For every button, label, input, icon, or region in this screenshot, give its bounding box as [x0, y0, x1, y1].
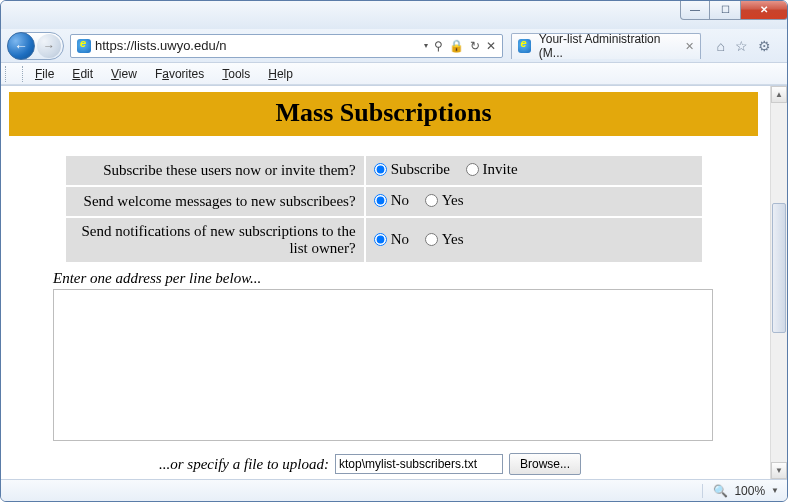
- toolbar-icons: ⌂ ☆ ⚙: [707, 38, 781, 54]
- radio-input[interactable]: [466, 163, 479, 176]
- options-table: Subscribe these users now or invite them…: [64, 154, 704, 264]
- radio-invite[interactable]: Invite: [466, 161, 518, 178]
- radio-label: No: [391, 192, 409, 209]
- radio-label: Invite: [483, 161, 518, 178]
- addresses-wrap: [53, 289, 714, 445]
- url-text: https://lists.uwyo.edu/n: [95, 38, 420, 53]
- radio-input[interactable]: [425, 194, 438, 207]
- browser-window: — ☐ ✕ ← → https://lists.uwyo.edu/n ▾ ⚲ 🔒…: [0, 0, 788, 502]
- tab-title: Your-list Administration (M...: [539, 32, 681, 60]
- scroll-down-icon[interactable]: ▼: [771, 462, 787, 479]
- tab-close-icon[interactable]: ✕: [685, 40, 694, 53]
- addresses-textarea[interactable]: [53, 289, 713, 441]
- minimize-button[interactable]: —: [680, 0, 710, 20]
- addresses-hint: Enter one address per line below...: [53, 270, 758, 287]
- menu-tools[interactable]: Tools: [214, 65, 258, 83]
- status-divider: [702, 484, 703, 498]
- dropdown-icon[interactable]: ▾: [424, 41, 428, 50]
- option-row-welcome: Send welcome messages to new subscribees…: [66, 187, 702, 216]
- address-bar-icons: ▾ ⚲ 🔒 ↻ ✕: [420, 39, 500, 53]
- browser-tab[interactable]: Your-list Administration (M... ✕: [511, 33, 701, 59]
- nav-bar: ← → https://lists.uwyo.edu/n ▾ ⚲ 🔒 ↻ ✕ Y…: [1, 29, 787, 63]
- page-banner: Mass Subscriptions: [9, 92, 758, 136]
- option-label: Subscribe these users now or invite them…: [66, 156, 364, 185]
- radio-yes[interactable]: Yes: [425, 192, 464, 209]
- vertical-scrollbar[interactable]: ▲ ▼: [770, 86, 787, 479]
- upload-path-input[interactable]: [335, 454, 503, 474]
- back-button[interactable]: ←: [7, 32, 35, 60]
- radio-input[interactable]: [374, 194, 387, 207]
- radio-no[interactable]: No: [374, 231, 409, 248]
- radio-input[interactable]: [374, 163, 387, 176]
- address-bar[interactable]: https://lists.uwyo.edu/n ▾ ⚲ 🔒 ↻ ✕: [70, 34, 503, 58]
- menu-bar: File Edit View Favorites Tools Help: [1, 63, 787, 85]
- menu-file[interactable]: File: [27, 65, 62, 83]
- close-icon: ✕: [760, 4, 768, 15]
- ie-icon: [77, 39, 91, 53]
- menu-edit[interactable]: Edit: [64, 65, 101, 83]
- titlebar: — ☐ ✕: [1, 1, 787, 29]
- minimize-icon: —: [690, 4, 700, 15]
- menu-help[interactable]: Help: [260, 65, 301, 83]
- radio-subscribe[interactable]: Subscribe: [374, 161, 450, 178]
- option-value: No Yes: [366, 218, 702, 262]
- radio-label: Yes: [442, 231, 464, 248]
- option-row-notify: Send notifications of new subscriptions …: [66, 218, 702, 262]
- upload-hint: ...or specify a file to upload:: [159, 456, 329, 473]
- status-bar: 🔍 100% ▼: [1, 479, 787, 501]
- favorites-icon[interactable]: ☆: [735, 38, 748, 54]
- radio-label: No: [391, 231, 409, 248]
- radio-input[interactable]: [425, 233, 438, 246]
- arrow-left-icon: ←: [14, 38, 28, 54]
- upload-row: ...or specify a file to upload: Browse..…: [159, 453, 758, 475]
- radio-input[interactable]: [374, 233, 387, 246]
- radio-label: Yes: [442, 192, 464, 209]
- option-row-subscribe: Subscribe these users now or invite them…: [66, 156, 702, 185]
- window-controls: — ☐ ✕: [680, 0, 788, 20]
- option-value: No Yes: [366, 187, 702, 216]
- scroll-up-icon[interactable]: ▲: [771, 86, 787, 103]
- menu-view[interactable]: View: [103, 65, 145, 83]
- zoom-level: 100%: [734, 484, 765, 498]
- grip-handle[interactable]: [5, 66, 23, 82]
- option-label: Send welcome messages to new subscribees…: [66, 187, 364, 216]
- maximize-button[interactable]: ☐: [710, 0, 740, 20]
- option-value: Subscribe Invite: [366, 156, 702, 185]
- radio-yes[interactable]: Yes: [425, 231, 464, 248]
- ie-icon: [518, 39, 531, 53]
- page-content: Mass Subscriptions Subscribe these users…: [1, 86, 770, 479]
- radio-label: Subscribe: [391, 161, 450, 178]
- forward-button[interactable]: →: [37, 34, 61, 58]
- gear-icon[interactable]: ⚙: [758, 38, 771, 54]
- content-viewport: Mass Subscriptions Subscribe these users…: [1, 85, 787, 479]
- option-label: Send notifications of new subscriptions …: [66, 218, 364, 262]
- zoom-icon[interactable]: 🔍: [713, 484, 728, 498]
- page-title: Mass Subscriptions: [9, 98, 758, 128]
- lock-icon: 🔒: [449, 39, 464, 53]
- refresh-icon[interactable]: ↻: [470, 39, 480, 53]
- maximize-icon: ☐: [721, 4, 730, 15]
- zoom-dropdown-icon[interactable]: ▼: [771, 486, 779, 495]
- radio-no[interactable]: No: [374, 192, 409, 209]
- nav-back-forward: ← →: [7, 32, 64, 60]
- close-button[interactable]: ✕: [740, 0, 788, 20]
- arrow-right-icon: →: [43, 39, 55, 53]
- browse-button[interactable]: Browse...: [509, 453, 581, 475]
- scroll-thumb[interactable]: [772, 203, 786, 333]
- home-icon[interactable]: ⌂: [717, 38, 725, 54]
- compat-icon[interactable]: ⚲: [434, 39, 443, 53]
- scroll-track[interactable]: [771, 103, 787, 462]
- stop-icon[interactable]: ✕: [486, 39, 496, 53]
- menu-favorites[interactable]: Favorites: [147, 65, 212, 83]
- mailman-page: Mass Subscriptions Subscribe these users…: [1, 92, 770, 475]
